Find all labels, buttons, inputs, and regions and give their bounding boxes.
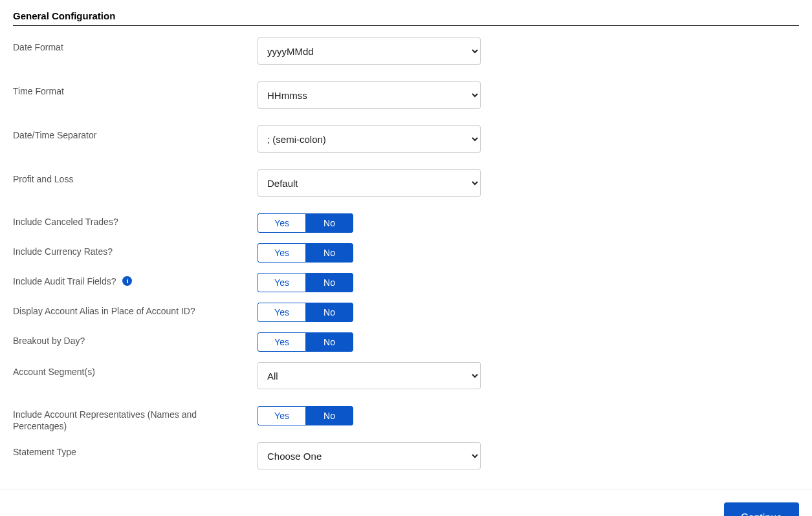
- include-currency-no[interactable]: No: [305, 243, 353, 263]
- statement-type-select[interactable]: Choose One: [258, 442, 481, 469]
- include-canceled-no[interactable]: No: [305, 213, 353, 233]
- include-canceled-label: Include Canceled Trades?: [13, 213, 258, 228]
- breakout-toggle: Yes No: [258, 332, 353, 352]
- display-alias-yes[interactable]: Yes: [258, 303, 305, 322]
- include-reps-label: Include Account Representatives (Names a…: [13, 406, 258, 432]
- include-reps-toggle: Yes No: [258, 406, 353, 425]
- breakout-yes[interactable]: Yes: [258, 332, 305, 352]
- include-reps-label-text: Include Account Representatives (Names a…: [13, 409, 201, 432]
- display-alias-toggle: Yes No: [258, 303, 353, 322]
- include-audit-label: Include Audit Trail Fields? i: [13, 273, 258, 287]
- include-currency-yes[interactable]: Yes: [258, 243, 305, 263]
- profit-loss-select[interactable]: Default: [258, 169, 481, 197]
- profit-loss-label: Profit and Loss: [13, 169, 258, 185]
- datetime-separator-select[interactable]: ; (semi-colon): [258, 125, 481, 153]
- include-currency-toggle: Yes No: [258, 243, 353, 263]
- account-segments-label: Account Segment(s): [13, 362, 258, 378]
- include-audit-label-text: Include Audit Trail Fields?: [13, 276, 116, 286]
- include-canceled-toggle: Yes No: [258, 213, 353, 233]
- breakout-label: Breakout by Day?: [13, 332, 258, 347]
- section-header: General Configuration: [13, 6, 799, 26]
- breakout-no[interactable]: No: [305, 332, 353, 352]
- footer-bar: Continue: [0, 489, 812, 516]
- info-icon[interactable]: i: [122, 276, 132, 286]
- account-segments-select[interactable]: All: [258, 362, 481, 389]
- datetime-separator-label: Date/Time Separator: [13, 125, 258, 141]
- include-reps-yes[interactable]: Yes: [258, 406, 305, 425]
- include-currency-label: Include Currency Rates?: [13, 243, 258, 257]
- include-audit-toggle: Yes No: [258, 273, 353, 292]
- date-format-select[interactable]: yyyyMMdd: [258, 38, 481, 65]
- time-format-label: Time Format: [13, 81, 258, 97]
- include-audit-no[interactable]: No: [305, 273, 353, 292]
- display-alias-no[interactable]: No: [305, 303, 353, 322]
- time-format-select[interactable]: HHmmss: [258, 81, 481, 109]
- include-audit-yes[interactable]: Yes: [258, 273, 305, 292]
- include-reps-no[interactable]: No: [305, 406, 353, 425]
- statement-type-label: Statement Type: [13, 442, 258, 458]
- display-alias-label: Display Account Alias in Place of Accoun…: [13, 303, 258, 317]
- include-canceled-yes[interactable]: Yes: [258, 213, 305, 233]
- date-format-label: Date Format: [13, 38, 258, 53]
- continue-button[interactable]: Continue: [724, 502, 799, 516]
